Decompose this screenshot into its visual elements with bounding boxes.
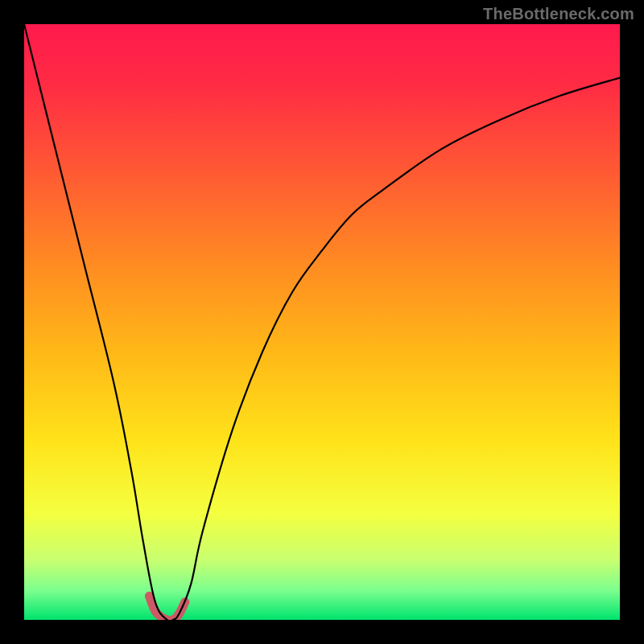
curve-svg xyxy=(24,24,620,620)
chart-frame: TheBottleneck.com xyxy=(0,0,644,644)
watermark-text: TheBottleneck.com xyxy=(483,5,634,23)
plot-area xyxy=(24,24,620,620)
bottleneck-curve-path xyxy=(24,24,620,620)
